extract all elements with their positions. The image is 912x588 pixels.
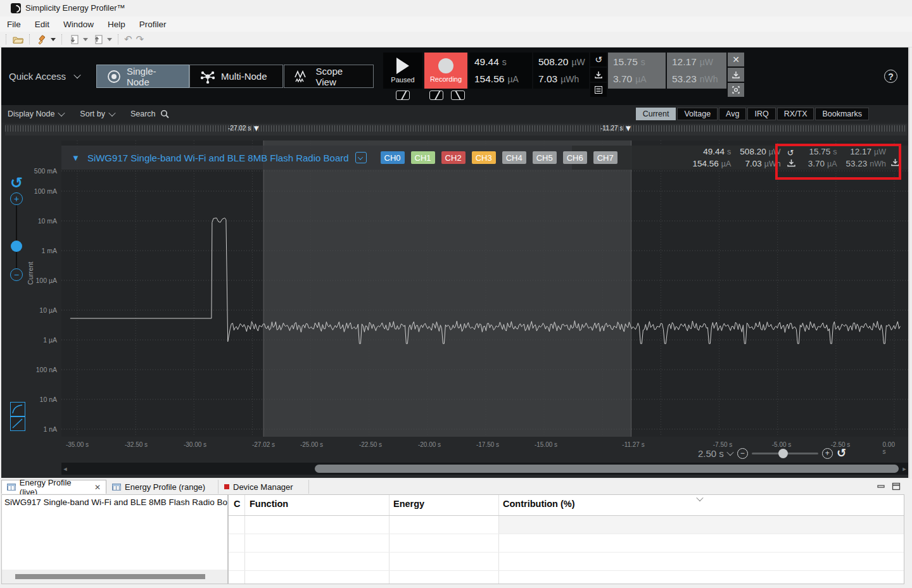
time-zoom-slider[interactable] [752, 453, 818, 454]
recording-button[interactable]: Recording [424, 53, 467, 89]
chevron-down-icon[interactable] [728, 451, 733, 456]
sort-by-dropdown[interactable]: Sort by [80, 109, 115, 118]
range-settings-icon[interactable] [728, 83, 744, 97]
tab-current[interactable]: Current [636, 108, 676, 120]
channel-badge-ch2[interactable]: CH2 [441, 151, 466, 164]
timeline-ruler[interactable]: -27.02 s ▼ -11.27 s ▼ [5, 124, 907, 135]
tab-energy-profile-range[interactable]: Energy Profile (range) [107, 480, 218, 494]
range-marker-end[interactable]: -11.27 s ▼ [600, 124, 632, 132]
unit: µA [827, 160, 837, 168]
log-scale-icon[interactable] [10, 402, 25, 416]
channel-badge-ch6[interactable]: CH6 [563, 151, 587, 164]
menu-file[interactable]: File [0, 18, 28, 31]
channel-badge-ch7[interactable]: CH7 [593, 151, 618, 164]
board-dropdown[interactable] [355, 152, 367, 163]
live-time-unit: s [502, 57, 507, 67]
connect-dropdown-arrow[interactable] [51, 38, 56, 41]
record-option2-icon[interactable] [451, 91, 465, 100]
menu-help[interactable]: Help [101, 18, 132, 31]
forward-icon[interactable]: ↷ [136, 34, 144, 45]
scrollbar-thumb[interactable] [315, 465, 899, 473]
range-marker-start[interactable]: -27.02 s ▼ [228, 124, 260, 132]
back-icon[interactable]: ↶ [124, 34, 132, 45]
channel-badge-ch5[interactable]: CH5 [533, 151, 557, 164]
import-icon[interactable] [68, 34, 79, 45]
time-zoom-out-icon[interactable]: − [737, 448, 748, 459]
time-zoom-reset-icon[interactable]: ↺ [837, 446, 846, 460]
current-plot[interactable] [61, 141, 908, 437]
save-range-stats-icon[interactable] [728, 68, 744, 82]
chevron-down-icon [59, 111, 65, 117]
menu-window[interactable]: Window [56, 18, 101, 31]
close-range-icon[interactable]: ✕ [728, 53, 744, 66]
export-icon[interactable] [92, 34, 103, 45]
channel-badge-ch0[interactable]: CH0 [381, 151, 405, 164]
menu-edit[interactable]: Edit [28, 18, 56, 31]
value: 508.20 [740, 147, 766, 156]
recording-label: Recording [430, 75, 462, 83]
tab-energy-profile-live[interactable]: Energy Profile (live) ✕ [1, 480, 106, 494]
menu-profiler[interactable]: Profiler [132, 18, 174, 31]
open-folder-icon[interactable] [12, 34, 23, 45]
mode-single-node[interactable]: Single-Node [96, 65, 189, 88]
scroll-left-icon[interactable]: ◄ [61, 466, 69, 472]
x-tick: -35.00 s [66, 441, 89, 448]
minimize-panel-icon[interactable] [877, 482, 885, 493]
chart-horizontal-scrollbar[interactable]: ◄ ► [61, 463, 908, 475]
search-label: Search [130, 109, 156, 118]
tab-voltage[interactable]: Voltage [677, 108, 718, 120]
tab-irq[interactable]: IRQ [747, 108, 775, 120]
pause-play-button[interactable]: Paused [383, 53, 422, 89]
col-header-function[interactable]: Function [250, 499, 288, 509]
y-zoom-slider-track[interactable] [16, 205, 17, 268]
quick-access-menu[interactable]: Quick Access [9, 71, 80, 82]
value: 15.75 [809, 147, 830, 156]
mode-scope-view[interactable]: Scope View [284, 65, 374, 88]
channel-badge-ch3[interactable]: CH3 [472, 151, 496, 164]
time-zoom-in-icon[interactable]: + [822, 448, 833, 459]
unit: s [833, 147, 837, 156]
pause-option-icon[interactable] [396, 91, 410, 100]
scroll-right-icon[interactable]: ► [901, 466, 908, 472]
value: 3.70 [808, 159, 825, 168]
tab-device-manager[interactable]: Device Manager [219, 480, 309, 494]
chart-range-save-icon[interactable] [891, 158, 899, 166]
multi-node-icon [200, 70, 215, 84]
tab-bookmarks[interactable]: Bookmarks [815, 108, 869, 120]
close-tab-icon[interactable]: ✕ [94, 483, 101, 492]
table-menu-chevron-icon[interactable] [697, 496, 703, 502]
x-tick: -30.00 s [184, 441, 206, 448]
col-header-c[interactable]: C [234, 499, 240, 509]
channel-badge-ch4[interactable]: CH4 [502, 151, 526, 164]
export-dropdown-arrow[interactable] [107, 38, 112, 41]
import-dropdown-arrow[interactable] [83, 38, 88, 41]
save-live-stats-icon[interactable] [590, 68, 607, 82]
tab-avg[interactable]: Avg [719, 108, 746, 120]
chart-save-icon[interactable] [787, 159, 795, 167]
quick-access-label: Quick Access [9, 71, 66, 82]
scrollbar-thumb[interactable] [15, 574, 205, 579]
y-tick: 10 µA [19, 306, 57, 314]
reset-live-stats-icon[interactable]: ↺ [590, 53, 607, 66]
record-option-icon[interactable] [429, 91, 443, 100]
node-list-scrollbar[interactable] [2, 570, 227, 584]
x-tick: -25.00 s [300, 441, 323, 448]
window-size-value[interactable]: 2.50 s [698, 448, 724, 459]
display-node-dropdown[interactable]: Display Node [8, 109, 65, 118]
search-control[interactable]: Search [130, 109, 169, 118]
chart-reset-icon[interactable]: ↺ [787, 148, 795, 158]
channel-badge-ch1[interactable]: CH1 [411, 151, 435, 164]
connect-icon[interactable] [35, 34, 47, 45]
mode-multi-node[interactable]: Multi-Node [189, 65, 283, 88]
marker-time-label: -27.02 s [228, 125, 251, 132]
live-power-unit: µW [571, 57, 585, 67]
col-header-energy[interactable]: Energy [393, 499, 424, 509]
col-header-contribution[interactable]: Contribution (%) [503, 499, 575, 509]
log-list-icon[interactable] [590, 83, 607, 97]
value: 154.56 [693, 159, 719, 168]
time-zoom-thumb[interactable] [778, 449, 788, 458]
tab-rxtx[interactable]: RX/TX [777, 108, 814, 120]
maximize-panel-icon[interactable] [892, 482, 901, 493]
help-icon[interactable]: ? [884, 70, 897, 83]
collapse-triangle-icon[interactable]: ▼ [72, 153, 80, 163]
